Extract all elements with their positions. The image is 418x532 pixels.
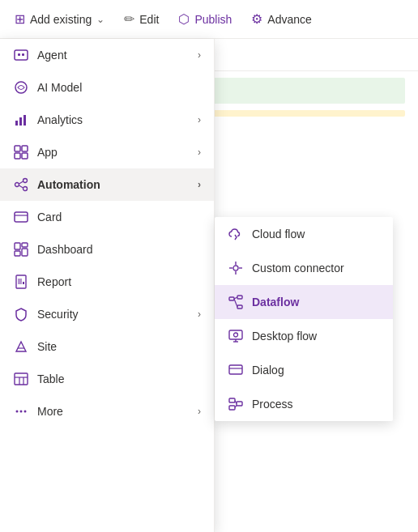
svg-rect-44 (229, 330, 242, 339)
cloud-flow-label: Cloud flow (252, 228, 305, 240)
add-existing-chevron-icon: ⌄ (96, 14, 104, 25)
submenu-item-desktop-flow[interactable]: Desktop flow (215, 319, 393, 353)
automation-chevron-icon: › (198, 179, 201, 190)
more-icon (13, 403, 29, 419)
sidebar-item-report[interactable]: Report (0, 266, 214, 298)
svg-point-13 (23, 187, 28, 191)
sidebar-item-security[interactable]: Security › (0, 298, 214, 330)
automation-item-left: Automation (13, 177, 100, 193)
sidebar-item-more[interactable]: More › (0, 395, 214, 428)
sidebar-item-app[interactable]: App › (0, 136, 214, 168)
app-icon (13, 144, 29, 160)
app-chevron-icon: › (198, 147, 201, 158)
sidebar-item-automation[interactable]: Automation › (0, 168, 214, 201)
svg-point-34 (233, 266, 238, 270)
advance-button[interactable]: ⚙ Advance (243, 6, 319, 32)
svg-line-14 (19, 181, 23, 184)
custom-connector-icon (228, 260, 244, 276)
table-icon (13, 371, 29, 387)
agent-item-left: Agent (13, 47, 67, 63)
dialog-icon (228, 362, 244, 378)
svg-line-43 (234, 299, 237, 307)
sidebar-item-agent[interactable]: Agent › (0, 39, 214, 71)
svg-rect-16 (15, 212, 28, 222)
agent-label: Agent (37, 49, 67, 62)
advance-icon: ⚙ (251, 11, 262, 27)
svg-rect-18 (15, 243, 20, 249)
security-chevron-icon: › (198, 309, 201, 320)
sidebar-item-table[interactable]: Table (0, 363, 214, 395)
desktop-flow-icon (228, 328, 244, 344)
agent-icon (13, 47, 29, 63)
svg-rect-19 (22, 243, 28, 247)
svg-rect-50 (229, 398, 235, 402)
sidebar-item-site[interactable]: Site (0, 330, 214, 363)
submenu-item-custom-connector[interactable]: Custom connector (215, 251, 393, 285)
custom-connector-label: Custom connector (252, 262, 344, 275)
edit-button[interactable]: ✏ Edit (116, 6, 167, 32)
toolbar: ⊞ Add existing ⌄ ✏ Edit ⬡ Publish ⚙ Adva… (0, 0, 418, 39)
submenu-item-dataflow[interactable]: Dataflow (215, 285, 393, 319)
svg-marker-25 (16, 342, 26, 351)
sidebar-item-card[interactable]: Card (0, 201, 214, 233)
advance-label: Advance (267, 13, 311, 26)
report-icon (13, 274, 29, 290)
process-icon (228, 396, 244, 412)
dashboard-label: Dashboard (37, 243, 93, 256)
card-item-left: Card (13, 209, 62, 225)
submenu-item-process[interactable]: Process (215, 387, 393, 421)
add-existing-button[interactable]: ⊞ Add existing ⌄ (6, 6, 113, 32)
site-label: Site (37, 340, 57, 353)
sidebar-item-ai-model[interactable]: AI Model (0, 71, 214, 104)
table-label: Table (37, 372, 64, 385)
card-label: Card (37, 211, 62, 223)
process-label: Process (252, 398, 293, 411)
submenu-item-dialog[interactable]: Dialog (215, 353, 393, 387)
analytics-chevron-icon: › (198, 114, 201, 126)
svg-rect-40 (237, 296, 242, 299)
agent-chevron-icon: › (198, 49, 201, 61)
svg-rect-48 (229, 365, 242, 374)
svg-rect-52 (237, 402, 242, 406)
analytics-label: Analytics (37, 113, 83, 126)
dashboard-icon (13, 241, 29, 257)
sidebar-item-dashboard[interactable]: Dashboard (0, 233, 214, 266)
dataflow-icon (228, 294, 244, 310)
ai-model-item-left: AI Model (13, 79, 82, 96)
analytics-icon (13, 112, 29, 128)
automation-submenu: Cloud flow Custom connector (215, 217, 393, 421)
svg-line-15 (19, 185, 23, 188)
ai-model-icon (13, 79, 29, 96)
edit-label: Edit (139, 13, 159, 26)
svg-point-33 (24, 411, 27, 413)
security-label: Security (37, 308, 79, 321)
more-chevron-icon: › (198, 406, 201, 417)
svg-rect-6 (23, 115, 26, 126)
site-icon (13, 338, 29, 355)
add-existing-label: Add existing (30, 13, 92, 26)
svg-rect-27 (15, 373, 28, 385)
svg-rect-51 (229, 406, 235, 410)
svg-rect-23 (18, 279, 22, 284)
submenu-item-cloud-flow[interactable]: Cloud flow (215, 217, 393, 251)
report-item-left: Report (13, 274, 71, 290)
svg-point-45 (234, 333, 238, 337)
report-label: Report (37, 275, 71, 288)
publish-button[interactable]: ⬡ Publish (170, 6, 240, 32)
automation-icon (13, 177, 29, 193)
analytics-item-left: Analytics (13, 112, 83, 128)
dashboard-item-left: Dashboard (13, 241, 93, 257)
svg-point-31 (16, 411, 19, 413)
svg-rect-5 (19, 117, 22, 126)
main-area: Name Agent › (0, 39, 418, 532)
desktop-flow-label: Desktop flow (252, 330, 317, 343)
svg-point-3 (15, 82, 27, 93)
sidebar-item-analytics[interactable]: Analytics › (0, 104, 214, 136)
svg-rect-2 (22, 53, 24, 56)
card-icon (13, 209, 29, 225)
automation-label: Automation (37, 178, 100, 191)
svg-rect-39 (229, 297, 234, 300)
site-item-left: Site (13, 338, 57, 355)
app-item-left: App (13, 144, 58, 160)
primary-dropdown: Agent › AI Model (0, 39, 215, 532)
